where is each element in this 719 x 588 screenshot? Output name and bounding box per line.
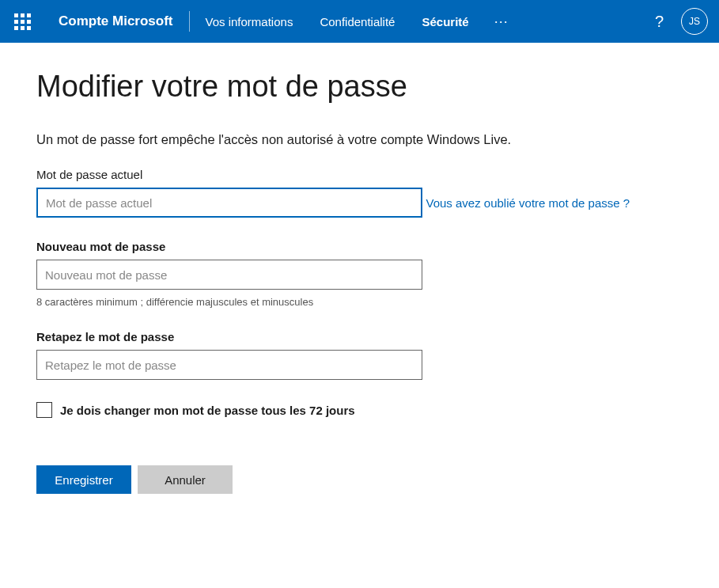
new-password-input[interactable]: [36, 260, 422, 290]
new-password-group: Nouveau mot de passe 8 caractères minimu…: [36, 240, 649, 308]
page-subtitle: Un mot de passe fort empêche l'accès non…: [36, 132, 649, 147]
current-password-input[interactable]: [36, 188, 422, 218]
expire-checkbox-label: Je dois changer mon mot de passe tous le…: [60, 404, 355, 417]
brand-title[interactable]: Compte Microsoft: [59, 13, 173, 29]
cancel-button[interactable]: Annuler: [138, 465, 233, 494]
retype-password-group: Retapez le mot de passe: [36, 330, 649, 380]
expire-checkbox-row: Je dois changer mon mot de passe tous le…: [36, 402, 649, 418]
new-password-hint: 8 caractères minimum ; différencie majus…: [36, 296, 649, 308]
primary-nav: Vos informations Confidentialité Sécurit…: [206, 15, 469, 28]
nav-more-icon[interactable]: ···: [494, 13, 509, 30]
nav-security[interactable]: Sécurité: [422, 15, 468, 28]
header-divider: [189, 11, 190, 32]
nav-privacy[interactable]: Confidentialité: [320, 15, 395, 28]
expire-checkbox[interactable]: [36, 402, 52, 418]
help-icon[interactable]: ?: [655, 13, 664, 31]
top-header: Compte Microsoft Vos informations Confid…: [0, 0, 719, 43]
forgot-password-link[interactable]: Vous avez oublié votre mot de passe ?: [426, 196, 630, 210]
main-content: Modifier votre mot de passe Un mot de pa…: [0, 43, 649, 494]
save-button[interactable]: Enregistrer: [36, 465, 131, 494]
retype-password-label: Retapez le mot de passe: [36, 330, 649, 343]
app-launcher-icon[interactable]: [11, 10, 33, 32]
current-password-group: Mot de passe actuel Vous avez oublié vot…: [36, 168, 649, 218]
current-password-label: Mot de passe actuel: [36, 168, 649, 181]
new-password-label: Nouveau mot de passe: [36, 240, 649, 253]
nav-your-info[interactable]: Vos informations: [206, 15, 293, 28]
retype-password-input[interactable]: [36, 350, 422, 380]
avatar[interactable]: JS: [681, 8, 708, 35]
button-row: Enregistrer Annuler: [36, 465, 649, 494]
page-title: Modifier votre mot de passe: [36, 70, 649, 104]
